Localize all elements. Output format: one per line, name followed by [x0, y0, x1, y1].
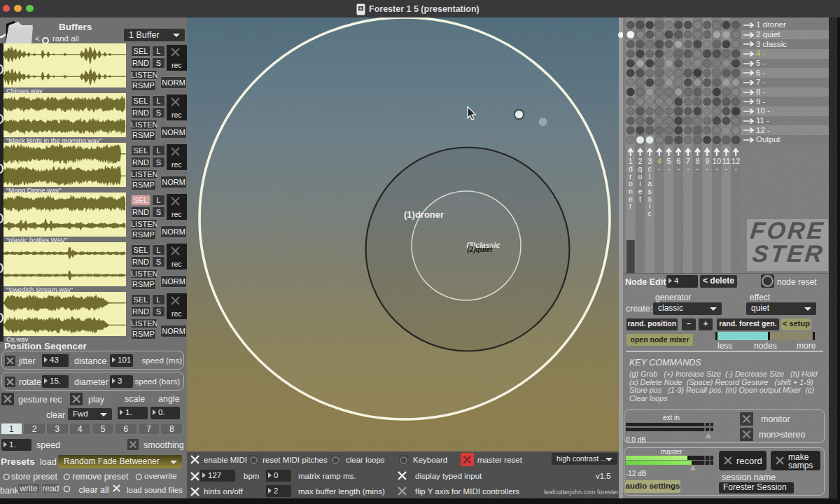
- svg-text:r: r: [629, 202, 632, 210]
- svg-text:2: 2: [638, 157, 642, 165]
- svg-text:10: 10: [713, 157, 721, 165]
- svg-text:(1)droner: (1)droner: [404, 209, 444, 220]
- svg-text:6: 6: [676, 157, 680, 165]
- svg-text:t: t: [639, 195, 641, 203]
- svg-text:-: -: [687, 164, 690, 173]
- svg-text:-: -: [677, 164, 680, 173]
- svg-text:9: 9: [705, 157, 709, 165]
- svg-text:-: -: [706, 164, 708, 173]
- svg-text:c: c: [648, 209, 652, 218]
- svg-text:-: -: [725, 164, 728, 173]
- svg-text:-: -: [658, 164, 661, 173]
- svg-text:-: -: [734, 164, 737, 173]
- svg-text:-: -: [696, 164, 699, 173]
- svg-text:(2)quiet: (2)quiet: [467, 246, 493, 253]
- svg-text:12: 12: [732, 157, 740, 165]
- svg-text:1: 1: [629, 157, 633, 165]
- svg-text:8: 8: [695, 157, 699, 165]
- svg-text:7: 7: [686, 157, 690, 165]
- svg-text:4: 4: [657, 157, 662, 165]
- svg-text:-: -: [668, 164, 671, 173]
- svg-text:-: -: [715, 164, 718, 173]
- svg-text:3: 3: [648, 157, 652, 165]
- svg-text:11: 11: [722, 157, 730, 165]
- svg-text:5: 5: [666, 157, 671, 165]
